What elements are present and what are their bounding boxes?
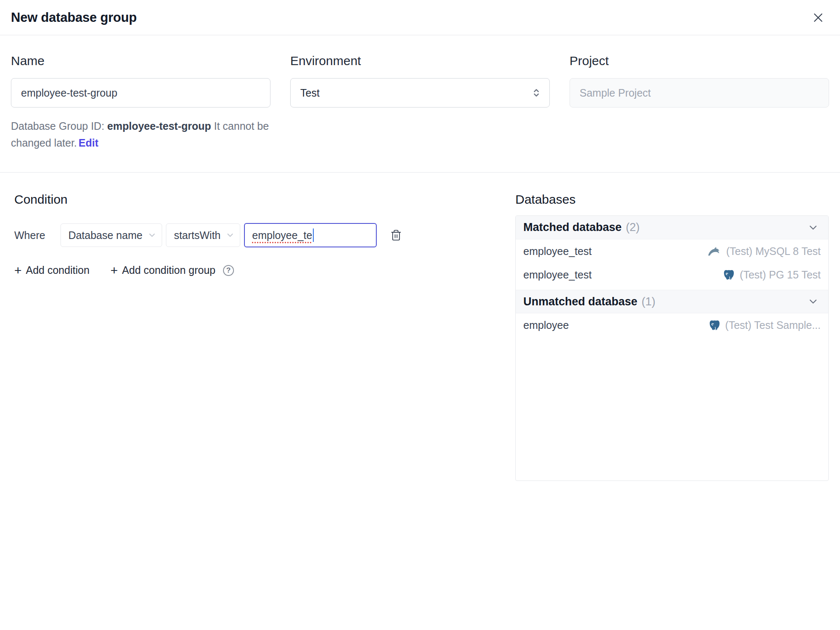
help-icon[interactable]: ? bbox=[223, 265, 234, 276]
condition-field-select[interactable]: Database name bbox=[60, 223, 163, 247]
delete-condition-button[interactable] bbox=[385, 224, 407, 246]
add-condition-group-button[interactable]: + Add condition group ? bbox=[110, 264, 234, 276]
close-button[interactable] bbox=[810, 9, 827, 26]
group-form: Name Database Group ID: employee-test-gr… bbox=[0, 35, 840, 151]
database-row: employee_test (Test) MySQL 8 Test bbox=[516, 239, 828, 263]
mysql-icon bbox=[708, 246, 721, 257]
database-name: employee_test bbox=[523, 269, 592, 281]
main-area: Condition Where Database name startsWith… bbox=[0, 173, 840, 481]
edit-link[interactable]: Edit bbox=[79, 137, 98, 149]
databases-panel: Matched database(2) employee_test (Test)… bbox=[515, 215, 829, 481]
project-input bbox=[570, 78, 829, 108]
condition-section: Condition Where Database name startsWith… bbox=[14, 192, 499, 276]
database-row: employee_test (Test) PG 15 Test bbox=[516, 263, 828, 286]
condition-row: Where Database name startsWith employee_… bbox=[14, 223, 499, 247]
add-condition-group-label: Add condition group bbox=[122, 264, 215, 276]
database-name: employee_test bbox=[523, 245, 592, 257]
add-condition-label: Add condition bbox=[26, 264, 90, 276]
environment-label: Environment bbox=[290, 54, 550, 68]
condition-operator-value: startsWith bbox=[174, 229, 220, 242]
unmatched-database-label: Unmatched database bbox=[523, 295, 638, 308]
condition-field-value: Database name bbox=[68, 229, 143, 242]
matched-database-count: (2) bbox=[626, 221, 640, 234]
database-row: employee (Test) Test Sample... bbox=[516, 313, 828, 337]
database-instance: (Test) MySQL 8 Test bbox=[708, 245, 821, 257]
matched-database-title: Matched database(2) bbox=[523, 221, 640, 234]
unmatched-database-header[interactable]: Unmatched database(1) bbox=[516, 290, 828, 313]
plus-icon: + bbox=[14, 265, 22, 276]
group-id-hint: Database Group ID: employee-test-group I… bbox=[11, 118, 270, 151]
environment-field-group: Environment Test bbox=[290, 54, 550, 151]
database-name: employee bbox=[523, 319, 569, 331]
chevron-down-icon bbox=[807, 222, 819, 234]
database-instance-label: (Test) MySQL 8 Test bbox=[726, 245, 821, 257]
project-label: Project bbox=[570, 54, 829, 68]
unmatched-database-count: (1) bbox=[642, 295, 656, 308]
where-label: Where bbox=[14, 229, 45, 242]
database-instance: (Test) PG 15 Test bbox=[723, 269, 821, 281]
group-id-value: employee-test-group bbox=[107, 120, 211, 132]
database-instance-label: (Test) PG 15 Test bbox=[740, 269, 821, 281]
environment-select[interactable]: Test bbox=[290, 78, 550, 108]
close-icon bbox=[812, 11, 824, 24]
dialog-title: New database group bbox=[11, 10, 137, 25]
trash-icon bbox=[390, 229, 402, 241]
group-id-prefix: Database Group ID: bbox=[11, 120, 107, 132]
databases-heading: Databases bbox=[515, 192, 829, 207]
environment-selected-value: Test bbox=[300, 87, 320, 99]
database-instance: (Test) Test Sample... bbox=[709, 319, 821, 331]
chevron-down-icon bbox=[807, 296, 819, 307]
condition-heading: Condition bbox=[14, 192, 499, 207]
matched-database-label: Matched database bbox=[523, 221, 622, 234]
text-caret bbox=[313, 228, 314, 242]
databases-section: Databases Matched database(2) employee_t… bbox=[515, 192, 829, 481]
postgresql-icon bbox=[723, 269, 735, 281]
condition-value-input[interactable]: employee_te bbox=[244, 223, 377, 247]
chevron-down-icon bbox=[147, 231, 157, 240]
name-label: Name bbox=[11, 54, 270, 68]
condition-value-text: employee_te bbox=[252, 229, 312, 242]
dialog-header: New database group bbox=[0, 0, 840, 35]
postgresql-icon bbox=[709, 320, 720, 331]
project-field-group: Project bbox=[570, 54, 829, 151]
add-condition-button[interactable]: + Add condition bbox=[14, 264, 89, 276]
unmatched-database-title: Unmatched database(1) bbox=[523, 295, 656, 308]
chevron-down-icon bbox=[226, 231, 235, 240]
select-chevrons-icon bbox=[530, 87, 542, 99]
condition-actions: + Add condition + Add condition group ? bbox=[14, 264, 499, 276]
name-field-group: Name Database Group ID: employee-test-gr… bbox=[11, 54, 270, 151]
plus-icon: + bbox=[110, 265, 118, 276]
condition-operator-select[interactable]: startsWith bbox=[166, 223, 240, 247]
matched-database-header[interactable]: Matched database(2) bbox=[516, 216, 828, 239]
database-instance-label: (Test) Test Sample... bbox=[725, 319, 821, 331]
name-input[interactable] bbox=[11, 78, 270, 108]
